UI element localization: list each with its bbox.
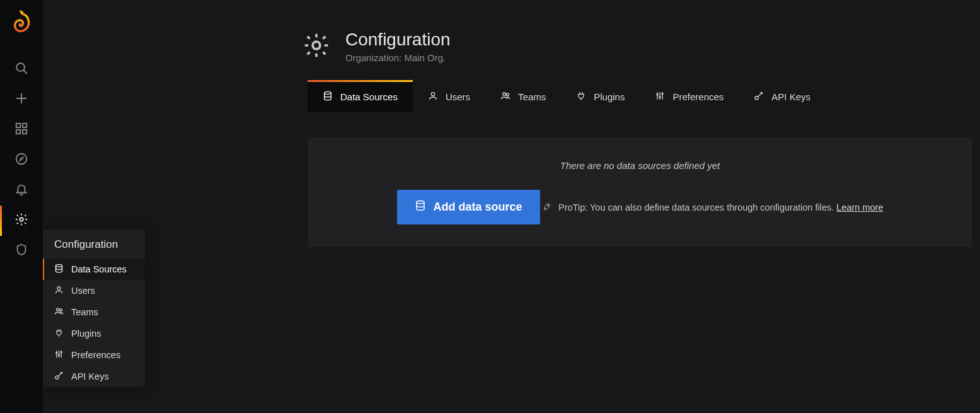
flyout-item-label: API Keys: [71, 371, 109, 381]
sliders-icon: [655, 91, 665, 103]
tab-label: Preferences: [672, 91, 723, 102]
tab-api-keys[interactable]: API Keys: [739, 82, 826, 112]
users-icon: [54, 306, 64, 318]
flyout-item-teams[interactable]: Teams: [43, 301, 145, 323]
svg-point-32: [657, 93, 659, 95]
tab-plugins[interactable]: Plugins: [561, 82, 640, 112]
flyout-item-label: Preferences: [71, 350, 120, 360]
nav-explore[interactable]: [0, 145, 43, 175]
page-subtitle: Organization: Main Org.: [345, 52, 451, 63]
side-nav: Configuration Data Sources Users Teams P…: [0, 0, 43, 413]
svg-point-11: [56, 264, 62, 267]
config-tabs: Data Sources Users Teams Plugins Prefere…: [308, 82, 972, 112]
database-icon: [54, 264, 64, 275]
svg-rect-4: [16, 124, 20, 127]
tab-teams[interactable]: Teams: [485, 82, 561, 112]
flyout-item-api-keys[interactable]: API Keys: [43, 366, 145, 387]
sliders-icon: [54, 349, 64, 361]
users-icon: [500, 91, 510, 103]
svg-point-24: [325, 91, 331, 94]
svg-point-25: [431, 92, 434, 95]
tab-label: Teams: [518, 91, 546, 102]
svg-point-20: [58, 354, 60, 356]
nav-alerting[interactable]: [0, 175, 43, 206]
svg-line-1: [23, 70, 26, 73]
shield-icon: [14, 243, 28, 259]
flyout-item-plugins[interactable]: Plugins: [43, 323, 145, 344]
key-icon: [54, 371, 64, 382]
protip-text: ProTip: You can also define data sources…: [558, 202, 836, 212]
empty-state-card: There are no data sources defined yet Ad…: [308, 137, 972, 247]
svg-point-22: [55, 376, 59, 379]
rocket-icon: [543, 202, 552, 213]
svg-point-26: [503, 93, 506, 96]
flyout-item-preferences[interactable]: Preferences: [43, 344, 145, 366]
gear-icon: [303, 32, 330, 62]
svg-point-35: [755, 96, 758, 99]
svg-point-19: [56, 352, 58, 354]
plug-icon: [54, 328, 64, 339]
gear-icon: [14, 212, 28, 229]
bell-icon: [14, 182, 28, 199]
empty-state-message: There are no data sources defined yet: [320, 160, 960, 171]
svg-point-10: [20, 218, 23, 221]
tab-preferences[interactable]: Preferences: [640, 82, 739, 112]
page-title: Configuration: [345, 30, 451, 50]
svg-point-13: [56, 308, 59, 311]
flyout-item-users[interactable]: Users: [43, 280, 145, 301]
tab-label: API Keys: [771, 91, 810, 102]
tab-data-sources[interactable]: Data Sources: [308, 82, 413, 112]
search-icon: [14, 61, 28, 78]
tab-label: Plugins: [594, 91, 625, 102]
svg-point-23: [313, 42, 320, 49]
user-icon: [54, 285, 64, 296]
nav-search[interactable]: [0, 54, 43, 84]
flyout-item-label: Plugins: [71, 329, 101, 339]
svg-rect-7: [23, 130, 26, 134]
tab-users[interactable]: Users: [413, 82, 485, 112]
protip: ProTip: You can also define data sources…: [543, 202, 883, 213]
nav-dashboards[interactable]: [0, 115, 43, 145]
database-icon: [415, 200, 426, 214]
add-data-source-button[interactable]: Add data source: [397, 190, 540, 224]
svg-rect-6: [16, 130, 20, 134]
nav-create[interactable]: [0, 84, 43, 115]
grafana-logo[interactable]: [9, 10, 34, 35]
database-icon: [323, 91, 333, 103]
plug-icon: [576, 91, 586, 103]
dashboard-icon: [14, 122, 28, 138]
flyout-header: Configuration: [43, 230, 145, 259]
user-icon: [428, 91, 438, 103]
flyout-item-label: Users: [71, 286, 95, 296]
svg-marker-9: [20, 157, 23, 161]
svg-point-14: [60, 309, 62, 311]
svg-point-27: [506, 93, 509, 96]
button-label: Add data source: [434, 201, 522, 214]
flyout-item-label: Data Sources: [71, 264, 127, 274]
svg-point-12: [57, 287, 61, 290]
svg-point-21: [61, 351, 62, 353]
main-content: Configuration Organization: Main Org. Da…: [43, 0, 980, 413]
plus-icon: [14, 91, 28, 108]
page-header: Configuration Organization: Main Org.: [303, 30, 972, 63]
svg-point-36: [417, 201, 424, 204]
tab-label: Data Sources: [340, 91, 398, 102]
protip-learn-more-link[interactable]: Learn more: [836, 202, 883, 212]
configuration-flyout: Configuration Data Sources Users Teams P…: [43, 230, 145, 387]
nav-server-admin[interactable]: [0, 236, 43, 266]
svg-point-37: [548, 204, 549, 206]
svg-point-33: [659, 96, 661, 98]
nav-configuration[interactable]: [0, 206, 43, 236]
flyout-item-label: Teams: [71, 307, 98, 317]
flyout-item-data-sources[interactable]: Data Sources: [43, 259, 145, 280]
tab-label: Users: [446, 91, 470, 102]
svg-rect-5: [23, 124, 26, 127]
key-icon: [754, 91, 764, 103]
svg-point-8: [16, 154, 27, 165]
svg-point-34: [662, 93, 664, 95]
compass-icon: [14, 152, 28, 168]
